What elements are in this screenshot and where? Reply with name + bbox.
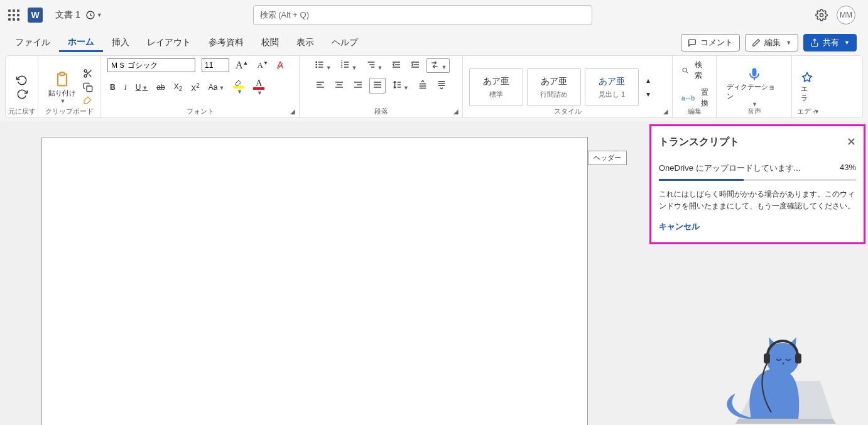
style-sample: あア亜 [483,76,509,87]
change-case-button[interactable]: Aa▼ [206,82,227,93]
tab-references[interactable]: 参考資料 [200,35,252,51]
account-avatar[interactable]: MM [837,6,855,24]
waffle-icon [8,9,19,21]
dialog-launcher-icon[interactable]: ◢ [453,108,458,115]
font-color-button[interactable]: A▼ [251,77,267,97]
word-app-icon: W [28,8,43,23]
tab-file[interactable]: ファイル [6,35,59,51]
align-left-button[interactable] [313,78,328,93]
style-no-spacing[interactable]: あア亜 行間詰め [527,68,581,106]
share-button[interactable]: 共有 ▼ [803,34,857,51]
svg-point-12 [316,64,317,65]
content-area: ヘッダー トランスクリプト ✕ OneDrive にアップロードしています...… [0,121,868,425]
svg-line-9 [86,72,88,73]
justify-button[interactable] [369,78,386,94]
superscript-button[interactable]: X2 [188,81,202,94]
find-button[interactable]: 検索 [679,58,710,82]
line-spacing-button[interactable]: ▼ [389,78,411,93]
overflow-chevron-icon[interactable]: ▼ [814,109,820,115]
font-name-input[interactable] [107,58,195,72]
svg-point-54 [683,68,687,72]
style-heading1[interactable]: あア亜 見出し 1 [585,68,639,106]
svg-point-1 [820,14,823,17]
decrease-font-button[interactable]: A▼ [254,59,270,72]
styles-scroll-up[interactable]: ▴ [644,75,653,86]
subscript-button[interactable]: X2 [171,81,185,94]
group-label: 編集 [673,107,716,116]
format-painter-button[interactable] [82,95,94,107]
group-label: スタイル [463,107,672,116]
undo-button[interactable] [16,75,28,86]
tab-insert[interactable]: 挿入 [103,35,138,51]
chevron-down-icon: ▼ [60,98,66,104]
dialog-launcher-icon[interactable]: ◢ [290,108,295,115]
group-undo: 元に戻す [6,56,38,117]
paste-label: 貼り付け [48,89,76,98]
align-right-button[interactable] [350,78,366,93]
tab-view[interactable]: 表示 [288,35,323,51]
header-tag-label[interactable]: ヘッダー [588,151,627,165]
number-list-button[interactable]: 123▼ [338,58,360,73]
document-scroll[interactable]: ヘッダー [0,121,647,425]
settings-button[interactable] [815,9,828,21]
chevron-down-icon: ▼ [97,12,102,18]
editor-icon [801,72,813,84]
dialog-launcher-icon[interactable]: ◢ [663,108,668,115]
group-label: フォント [101,107,299,116]
space-after-button[interactable] [434,78,449,93]
redo-button[interactable] [16,89,28,100]
close-panel-button[interactable]: ✕ [847,135,856,149]
cat-laptop-illustration [676,293,839,425]
app-launcher[interactable] [5,6,23,24]
tab-help[interactable]: ヘルプ [323,35,367,51]
tab-home[interactable]: ホーム [59,34,103,52]
mic-icon [747,67,762,82]
bold-button[interactable]: B [107,82,118,93]
dictation-label: ディクテーション [727,82,781,101]
italic-button[interactable]: I [122,82,129,94]
align-center-button[interactable] [332,78,347,93]
space-before-button[interactable] [415,78,430,93]
tab-review[interactable]: 校閲 [252,35,288,51]
increase-font-button[interactable]: A▲ [233,58,251,72]
cut-button[interactable] [82,68,94,79]
document-page[interactable] [41,137,588,425]
dictation-button[interactable]: ディクテーション ▼ [723,66,785,109]
doc-name-text: 文書 1 [55,9,80,21]
svg-rect-4 [60,72,65,75]
group-styles: あア亜 標準 あア亜 行間詰め あア亜 見出し 1 ▴ ▾ スタイル ◢ [463,56,673,117]
group-label: 音声 [717,107,791,116]
style-normal[interactable]: あア亜 標準 [469,68,523,106]
svg-point-66 [767,384,779,391]
comments-label: コメント [700,37,733,48]
decrease-indent-button[interactable] [389,58,404,73]
group-editing: 検索 a↔b 置換 編集 [673,56,717,117]
multilevel-list-button[interactable]: ▼ [364,58,386,73]
clipboard-icon [53,71,71,89]
highlight-button[interactable]: ▼ [231,78,247,96]
font-size-input[interactable] [202,58,229,72]
search-input[interactable]: 検索 (Alt + Q) [253,5,592,25]
clear-formatting-button[interactable]: A̷ [274,58,286,72]
styles-scroll-down[interactable]: ▾ [644,89,653,100]
text-direction-button[interactable]: ▼ [426,58,450,73]
cancel-link[interactable]: キャンセル [659,221,856,232]
editing-button[interactable]: 編集 ▼ [745,34,798,51]
editor-button[interactable]: エラ [797,70,817,104]
chevron-down-icon: ▼ [786,40,791,46]
copy-button[interactable] [82,82,94,93]
strikethrough-button[interactable]: ab [154,82,167,93]
paste-button[interactable]: 貼り付け ▼ [45,70,80,105]
style-sample: あア亜 [541,76,567,87]
bullet-list-button[interactable]: ▼ [312,58,334,73]
menu-right: コメント 編集 ▼ 共有 ▼ [681,34,862,51]
underline-button[interactable]: U▼ [133,82,151,93]
comments-button[interactable]: コメント [681,34,740,51]
increase-indent-button[interactable] [408,58,423,73]
titlebar-right: MM [815,6,863,24]
svg-point-67 [783,384,795,391]
group-editor: エラ エディ ▼ [792,56,822,117]
document-title[interactable]: 文書 1 ▼ [55,9,102,21]
upload-percent: 43% [840,163,856,174]
tab-layout[interactable]: レイアウト [138,35,200,51]
